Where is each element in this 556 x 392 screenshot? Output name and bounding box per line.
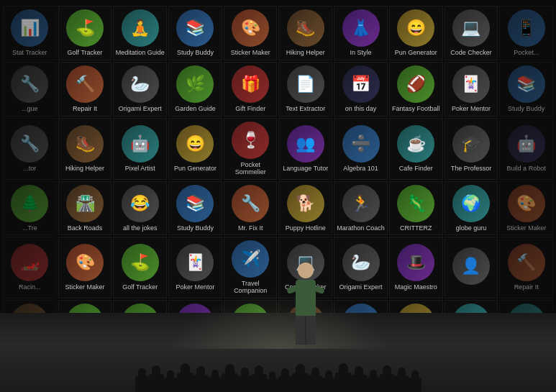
app-label: ...Tre [22,225,37,232]
presenter-leg-right [306,316,316,345]
app-label: Marathon Coach [337,225,385,232]
app-icon: 🤖 [508,125,545,163]
app-cell: 🐕Puppy Hotline [278,181,332,236]
app-cell: 🔨Repair It [499,237,553,298]
app-label: Build a Robot [507,165,546,173]
app-label: Cafe Finder [399,165,433,173]
app-cell: 🥾Hiking Helper [58,118,112,180]
app-cell: 🌍globe guru [445,181,498,236]
app-icon: 🥾 [287,9,324,47]
app-label: Algebra 101 [343,165,378,173]
app-label: Puppy Hotline [286,225,326,232]
app-label: Poker Mentor [452,106,491,113]
audience-person [238,368,252,392]
app-icon: 🤖 [122,125,159,163]
app-cell: 📅on this day [334,62,388,117]
app-cell: 🌲...Tre [3,181,57,236]
app-icon: 🌍 [452,185,490,222]
app-label: Mr. Fix It [238,225,263,232]
app-cell: 🃏Poker Mentor [445,62,498,117]
app-cell: 🔧Mr. Fix It [224,181,278,236]
app-label: Study Buddy [177,50,214,57]
app-label: Golf Tracker [68,50,103,57]
app-cell: ✈️Travel Companion [224,237,278,298]
app-label: Back Roads [68,225,103,232]
app-cell: 👗In Style [334,6,388,60]
app-icon: 🦎 [397,185,434,222]
app-cell: 📊Stat Tracker [3,6,57,60]
audience-person [209,370,222,392]
app-cell: 📄Text Extractor [278,62,332,117]
app-icon: 😄 [176,125,214,163]
audience-person [335,363,352,392]
app-icon: 🍷 [232,122,269,159]
audience-person [380,365,395,392]
app-label: Repair It [73,106,97,113]
app-icon: 🎓 [452,125,490,163]
app-cell: 🔨Repair It [58,62,112,117]
app-cell: 🎨Sticker Maker [499,181,553,236]
app-label: Study Buddy [177,225,214,232]
app-cell: 🧘Meditation Guide [113,6,167,60]
app-label: Origami Expert [339,284,383,291]
audience-person [409,370,421,392]
presenter-head [298,263,314,278]
app-cell: 🔧...gue [3,62,57,117]
app-icon: 🎨 [508,185,545,222]
app-label: Sticker Maker [231,50,270,57]
audience-person [278,368,292,392]
app-icon: ⛳ [122,244,159,281]
app-label: Text Extractor [286,106,325,113]
app-icon: 😂 [122,185,159,222]
app-icon: 📚 [508,65,545,103]
presenter-legs [296,316,316,345]
app-icon: 🌿 [176,65,214,103]
app-label: Meditation Guide [116,50,165,57]
audience-person [292,364,309,392]
app-cell: 🤖Build a Robot [499,118,553,180]
app-label: Hiking Helper [286,50,325,57]
app-cell: ☕Cafe Finder [389,118,443,180]
app-cell: ➗Algebra 101 [334,118,388,180]
app-cell: 🛣️Back Roads [58,181,112,236]
audience-person [177,363,193,392]
audience-person [352,366,367,392]
app-icon: 🎁 [232,65,269,103]
app-label: Pocket Sommelier [226,162,275,176]
app-cell: 👤 [445,237,498,298]
app-icon: 🦢 [122,65,159,103]
app-label: Golf Tracker [122,284,158,291]
app-cell: 🦎CRITTERZ [389,181,443,236]
audience-person [367,370,380,392]
app-cell: 🔧...tor [3,118,57,180]
app-label: on this day [345,106,377,113]
audience-person [149,365,164,392]
stage-light [170,291,386,349]
app-cell: 🎁Gift Finder [224,62,278,117]
app-label: Racin... [19,284,41,291]
app-cell: 🏈Fantasy Football [389,62,443,117]
app-label: ...tor [23,165,36,173]
app-icon: 🛣️ [66,185,104,222]
app-cell: 📚Study Buddy [168,6,222,60]
app-label: Study Buddy [508,106,544,113]
app-label: Fantasy Football [392,106,440,113]
app-icon: 🔨 [508,244,545,281]
app-icon: 🥾 [66,125,104,163]
app-cell: 🎩Magic Maestro [389,237,443,298]
app-icon: 😄 [397,9,434,47]
app-icon: 🎨 [66,244,104,281]
app-icon: 🔨 [66,65,104,103]
app-icon: 📄 [287,65,324,103]
app-cell: 💻Code Checker [445,6,498,60]
app-icon: 📊 [11,9,48,47]
app-cell: 🃏Poker Mentor [168,237,222,298]
app-label: all the jokes [123,225,158,232]
app-label: ...gue [22,106,38,113]
app-icon: 👤 [452,247,490,285]
app-label: The Professor [451,165,492,173]
app-label: In Style [350,50,372,57]
app-icon: 🔧 [11,65,48,103]
audience-person [135,368,149,392]
app-cell: 🏃Marathon Coach [334,181,388,236]
